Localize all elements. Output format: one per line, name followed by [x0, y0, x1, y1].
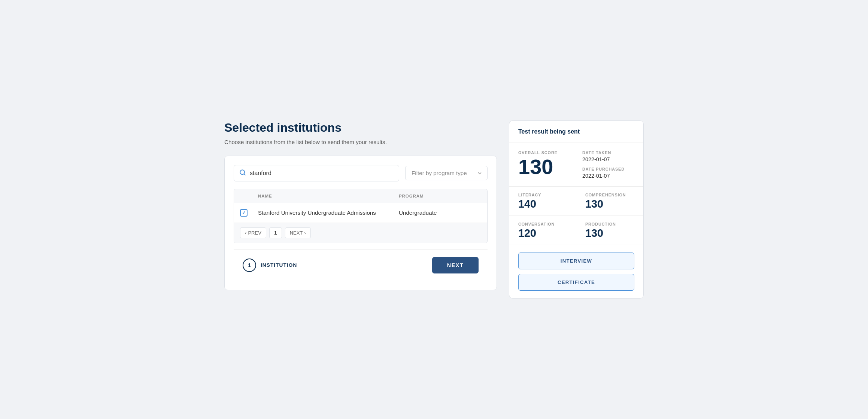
bottom-bar: 1 INSTITUTION NEXT — [234, 249, 488, 281]
date-purchased-label: DATE PURCHASED — [582, 167, 634, 171]
page-subtitle: Choose institutions from the list below … — [224, 139, 497, 145]
conversation-label: CONVERSATION — [518, 222, 567, 226]
institution-count-label: INSTITUTION — [261, 262, 297, 268]
subscore-production: PRODUCTION 130 — [576, 215, 643, 245]
comprehension-value: 130 — [585, 199, 634, 210]
action-buttons: INTERVIEW CERTIFICATE — [509, 245, 643, 298]
result-card-title: Test result being sent — [518, 128, 634, 135]
production-value: 130 — [585, 228, 634, 239]
page-title: Selected institutions — [224, 120, 497, 135]
literacy-value: 140 — [518, 199, 567, 210]
count-circle: 1 — [243, 259, 256, 272]
checkmark-icon: ✓ — [242, 210, 246, 215]
date-purchased-group: DATE PURCHASED 2022-01-07 — [582, 167, 634, 179]
left-panel: Selected institutions Choose institution… — [224, 120, 497, 290]
search-icon — [239, 169, 246, 177]
svg-line-1 — [244, 174, 245, 175]
search-input[interactable] — [250, 170, 394, 177]
table-header: NAME PROGRAM — [234, 189, 487, 203]
institution-count-badge: 1 INSTITUTION — [243, 259, 297, 272]
prev-button[interactable]: ‹ PREV — [240, 227, 266, 238]
table-header-checkbox-col — [240, 194, 258, 198]
prev-label: PREV — [248, 230, 261, 236]
table-header-program: PROGRAM — [399, 194, 481, 198]
institution-name: Stanford University Undergraduate Admiss… — [258, 210, 399, 216]
institutions-table: NAME PROGRAM ✓ Stanford University Under… — [234, 189, 488, 243]
search-input-wrapper — [234, 165, 399, 181]
next-button[interactable]: NEXT — [432, 257, 479, 273]
subscore-conversation: CONVERSATION 120 — [509, 215, 576, 245]
next-page-button[interactable]: NEXT › — [285, 227, 311, 238]
search-row: Filter by program type Undergraduate Gra… — [234, 165, 488, 181]
current-page: 1 — [269, 227, 282, 238]
date-taken-value: 2022-01-07 — [582, 156, 634, 162]
checkbox-cell: ✓ — [240, 209, 258, 217]
overall-score-value: 130 — [518, 156, 576, 177]
program-name: Undergraduate — [399, 210, 481, 216]
search-card: Filter by program type Undergraduate Gra… — [224, 156, 497, 290]
program-type-filter[interactable]: Filter by program type Undergraduate Gra… — [405, 166, 488, 180]
overall-score-label: OVERALL SCORE — [518, 150, 576, 155]
table-row[interactable]: ✓ Stanford University Undergraduate Admi… — [234, 203, 487, 223]
comprehension-label: COMPREHENSION — [585, 193, 634, 197]
chevron-left-icon: ‹ — [245, 230, 246, 236]
literacy-label: LITERACY — [518, 193, 567, 197]
production-label: PRODUCTION — [585, 222, 634, 226]
subscores-section: LITERACY 140 COMPREHENSION 130 CONVERSAT… — [509, 187, 643, 245]
subscore-comprehension: COMPREHENSION 130 — [576, 187, 643, 215]
right-panel: Test result being sent OVERALL SCORE 130… — [509, 120, 644, 299]
result-card-header: Test result being sent — [509, 121, 643, 143]
conversation-value: 120 — [518, 228, 567, 239]
chevron-right-icon: › — [304, 230, 306, 236]
next-page-label: NEXT — [290, 230, 303, 236]
table-header-name: NAME — [258, 194, 399, 198]
subscore-literacy: LITERACY 140 — [509, 187, 576, 215]
pagination: ‹ PREV 1 NEXT › — [234, 223, 487, 243]
dates-col: DATE TAKEN 2022-01-07 DATE PURCHASED 202… — [576, 150, 634, 179]
result-card: Test result being sent OVERALL SCORE 130… — [509, 120, 644, 299]
score-section: OVERALL SCORE 130 DATE TAKEN 2022-01-07 … — [509, 143, 643, 187]
date-taken-label: DATE TAKEN — [582, 150, 634, 155]
interview-button[interactable]: INTERVIEW — [518, 253, 634, 269]
certificate-button[interactable]: CERTIFICATE — [518, 274, 634, 291]
date-purchased-value: 2022-01-07 — [582, 173, 634, 179]
date-taken-group: DATE TAKEN 2022-01-07 — [582, 150, 634, 162]
row-checkbox[interactable]: ✓ — [240, 209, 248, 217]
overall-score-col: OVERALL SCORE 130 — [518, 150, 576, 179]
